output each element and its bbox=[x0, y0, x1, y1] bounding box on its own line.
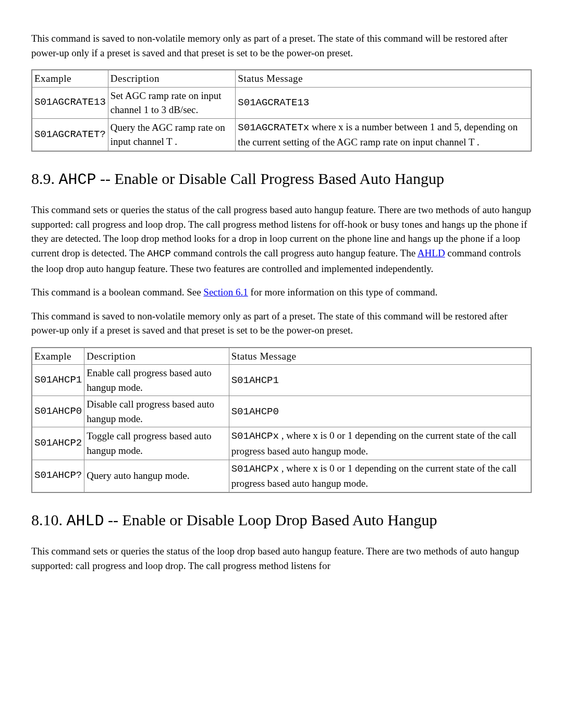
cell-status: S01AHCP0 bbox=[229, 396, 531, 427]
sec810-para1: This command sets or queries the status … bbox=[31, 544, 532, 573]
section-8-10-heading: 8.10. AHLD -- Enable or Disable Loop Dro… bbox=[31, 510, 532, 532]
cell-status: S01AGCRATE13 bbox=[236, 87, 531, 118]
intro-paragraph: This command is saved to non-volatile me… bbox=[31, 31, 532, 60]
table-row: S01AHCP0 Disable call progress based aut… bbox=[32, 396, 531, 427]
sec89-para1: This command sets or queries the status … bbox=[31, 203, 532, 276]
cell-desc: Query the AGC ramp rate on input channel… bbox=[108, 118, 236, 151]
cell-example: S01AGCRATET? bbox=[32, 118, 108, 151]
col-example: Example bbox=[32, 348, 84, 365]
cell-example: S01AHCP2 bbox=[32, 427, 84, 460]
cell-example: S01AHCP0 bbox=[32, 396, 84, 427]
cell-example: S01AHCP1 bbox=[32, 365, 84, 396]
cell-desc: Toggle call progress based auto hangup m… bbox=[84, 427, 229, 460]
section-6-1-link[interactable]: Section 6.1 bbox=[203, 287, 248, 298]
cell-example: S01AGCRATE13 bbox=[32, 87, 108, 118]
agcrate-table: Example Description Status Message S01AG… bbox=[31, 69, 532, 152]
cell-desc: Enable call progress based auto hangup m… bbox=[84, 365, 229, 396]
col-description: Description bbox=[84, 348, 229, 365]
cell-status: S01AHCPx , where x is 0 or 1 depending o… bbox=[229, 460, 531, 492]
col-example: Example bbox=[32, 70, 108, 87]
sec89-para3: This command is saved to non-volatile me… bbox=[31, 309, 532, 338]
sec89-para2: This command is a boolean command. See S… bbox=[31, 285, 532, 300]
cell-example: S01AHCP? bbox=[32, 460, 84, 492]
col-description: Description bbox=[108, 70, 236, 87]
cell-desc: Query auto hangup mode. bbox=[84, 460, 229, 492]
table-row: S01AGCRATE13 Set AGC ramp rate on input … bbox=[32, 87, 531, 118]
cell-status: S01AGCRATETx where x is a number between… bbox=[236, 118, 531, 151]
section-8-9-heading: 8.9. AHCP -- Enable or Disable Call Prog… bbox=[31, 168, 532, 191]
table-row: S01AHCP2 Toggle call progress based auto… bbox=[32, 427, 531, 460]
col-status: Status Message bbox=[236, 70, 531, 87]
cell-status: S01AHCP1 bbox=[229, 365, 531, 396]
cell-status: S01AHCPx , where x is 0 or 1 depending o… bbox=[229, 427, 531, 460]
cell-desc: Set AGC ramp rate on input channel 1 to … bbox=[108, 87, 236, 118]
table-row: S01AHCP1 Enable call progress based auto… bbox=[32, 365, 531, 396]
cell-desc: Disable call progress based auto hangup … bbox=[84, 396, 229, 427]
ahld-link[interactable]: AHLD bbox=[418, 248, 445, 258]
table-row: S01AGCRATET? Query the AGC ramp rate on … bbox=[32, 118, 531, 151]
col-status: Status Message bbox=[229, 348, 531, 365]
table-row: S01AHCP? Query auto hangup mode. S01AHCP… bbox=[32, 460, 531, 492]
ahcp-table: Example Description Status Message S01AH… bbox=[31, 347, 532, 493]
